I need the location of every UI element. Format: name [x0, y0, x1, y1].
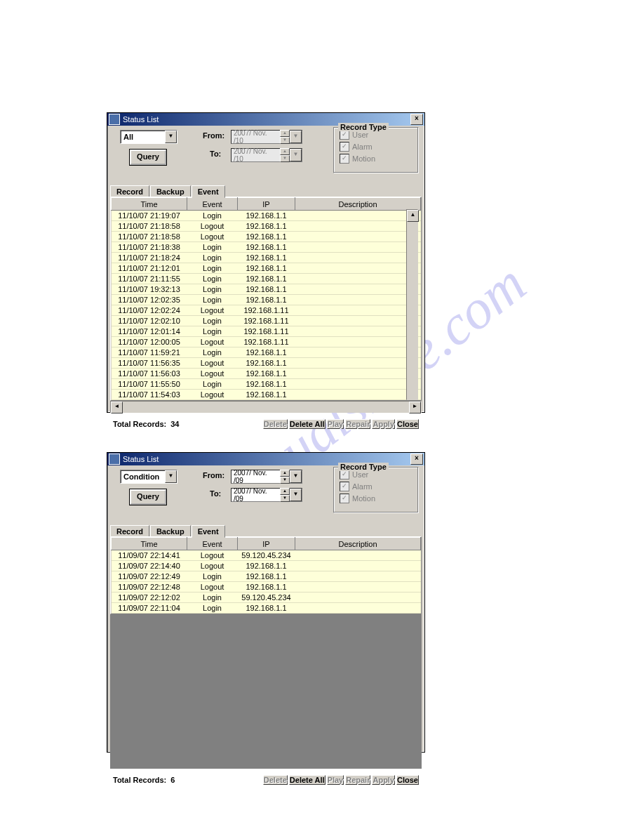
- cell-event: Logout: [187, 550, 238, 561]
- cell-desc: [295, 348, 421, 358]
- checkbox-icon: ✓: [340, 482, 349, 491]
- delete-all-button[interactable]: Delete All: [289, 419, 326, 429]
- scroll-left-icon[interactable]: ◄: [111, 402, 123, 413]
- table-header-row: Time Event IP Description: [112, 538, 421, 550]
- cell-event: Login: [187, 284, 238, 295]
- chevron-down-icon[interactable]: ▼: [165, 131, 177, 143]
- col-ip[interactable]: IP: [238, 198, 295, 211]
- alarm-checkbox[interactable]: ✓Alarm: [340, 142, 412, 152]
- table-row[interactable]: 11/09/07 22:12:49Login192.168.1.1: [112, 571, 421, 582]
- table-row[interactable]: 11/10/07 21:12:01Login192.168.1.1: [112, 263, 421, 274]
- table-row[interactable]: 11/10/07 11:56:03Logout192.168.1.1: [112, 369, 421, 379]
- table-row[interactable]: 11/10/07 11:55:50Login192.168.1.1: [112, 379, 421, 390]
- cell-desc: [295, 337, 421, 348]
- query-button[interactable]: Query: [130, 150, 166, 165]
- table-row[interactable]: 11/10/07 21:18:58Logout192.168.1.1: [112, 221, 421, 232]
- cell-time: 11/09/07 22:12:48: [112, 582, 187, 593]
- spinner-icon[interactable]: ▲▼: [280, 148, 290, 162]
- cell-ip: 192.168.1.1: [238, 211, 295, 221]
- col-description[interactable]: Description: [295, 198, 421, 211]
- col-description[interactable]: Description: [295, 538, 421, 550]
- delete-button: Delete: [263, 419, 288, 429]
- table-row[interactable]: 11/10/07 11:56:35Logout192.168.1.1: [112, 358, 421, 369]
- from-date-field[interactable]: 2007/ Nov. /10 ▲▼ ▼: [231, 130, 302, 144]
- table-row[interactable]: 11/10/07 21:19:07Login192.168.1.1: [112, 211, 421, 221]
- delete-all-button[interactable]: Delete All: [289, 775, 326, 785]
- close-button[interactable]: Close: [396, 419, 419, 429]
- cell-time: 11/10/07 12:02:35: [112, 295, 187, 305]
- table-row[interactable]: 11/09/07 22:11:04Login192.168.1.1: [112, 603, 421, 614]
- col-time[interactable]: Time: [112, 198, 187, 211]
- cell-desc: [295, 358, 421, 369]
- cell-ip: 59.120.45.234: [238, 550, 295, 561]
- table-row[interactable]: 11/09/07 22:12:48Logout192.168.1.1: [112, 582, 421, 593]
- alarm-checkbox[interactable]: ✓Alarm: [340, 482, 412, 491]
- spinner-icon[interactable]: ▲▼: [280, 488, 290, 502]
- user-checkbox[interactable]: ✓User: [340, 130, 412, 140]
- col-event[interactable]: Event: [187, 538, 238, 550]
- table-row[interactable]: 11/10/07 21:11:55Login192.168.1.1: [112, 274, 421, 284]
- table-row[interactable]: 11/10/07 12:00:05Logout192.168.1.11: [112, 337, 421, 348]
- filter-area: All ▼ Query From: 2007/ Nov. /10 ▲▼ ▼ To…: [107, 126, 424, 185]
- scroll-up-icon[interactable]: ▲: [407, 210, 419, 222]
- table-row[interactable]: 11/10/07 11:59:21Login192.168.1.1: [112, 348, 421, 358]
- table-row[interactable]: 11/10/07 21:18:38Login192.168.1.1: [112, 242, 421, 253]
- chevron-down-icon[interactable]: ▼: [290, 489, 302, 501]
- vertical-scrollbar[interactable]: ▲: [406, 209, 418, 400]
- col-event[interactable]: Event: [187, 198, 238, 211]
- filter-dropdown[interactable]: Condition ▼: [120, 470, 177, 484]
- col-time[interactable]: Time: [112, 538, 187, 550]
- table-row[interactable]: 11/10/07 12:02:10Login192.168.1.11: [112, 316, 421, 326]
- cell-time: 11/09/07 22:11:04: [112, 603, 187, 614]
- to-date-field[interactable]: 2007/ Nov. /09 ▲▼ ▼: [231, 488, 302, 502]
- chevron-down-icon[interactable]: ▼: [290, 470, 302, 483]
- total-records-value: 6: [170, 776, 175, 784]
- filter-dropdown[interactable]: All ▼: [120, 130, 177, 144]
- table-row[interactable]: 11/10/07 21:18:58Logout192.168.1.1: [112, 232, 421, 242]
- horizontal-scrollbar[interactable]: ◄ ►: [110, 401, 422, 413]
- cell-event: Login: [187, 326, 238, 337]
- col-ip[interactable]: IP: [238, 538, 295, 550]
- table-row[interactable]: 11/10/07 12:02:24Logout192.168.1.11: [112, 305, 421, 316]
- user-checkbox[interactable]: ✓User: [340, 470, 412, 479]
- close-button[interactable]: Close: [396, 775, 419, 785]
- cell-ip: 192.168.1.1: [238, 348, 295, 358]
- to-date-field[interactable]: 2007/ Nov. /10 ▲▼ ▼: [231, 148, 302, 162]
- table-row[interactable]: 11/10/07 12:01:14Login192.168.1.11: [112, 326, 421, 337]
- scroll-right-icon[interactable]: ►: [409, 402, 421, 413]
- cell-event: Login: [187, 211, 238, 221]
- chevron-down-icon[interactable]: ▼: [165, 470, 177, 483]
- tab-backup[interactable]: Backup: [150, 185, 191, 197]
- tab-event[interactable]: Event: [192, 185, 225, 198]
- close-icon[interactable]: ×: [410, 114, 423, 125]
- spinner-icon[interactable]: ▲▼: [280, 470, 290, 484]
- spinner-icon[interactable]: ▲▼: [280, 130, 290, 144]
- table-row[interactable]: 11/09/07 22:14:41Logout59.120.45.234: [112, 550, 421, 561]
- table-row[interactable]: 11/10/07 12:02:35Login192.168.1.1: [112, 295, 421, 305]
- query-button[interactable]: Query: [130, 489, 166, 505]
- table-row[interactable]: 11/09/07 22:14:40Logout192.168.1.1: [112, 561, 421, 571]
- chevron-down-icon[interactable]: ▼: [290, 149, 302, 161]
- filter-value: All: [121, 133, 165, 141]
- table-row[interactable]: 11/10/07 19:32:13Login192.168.1.1: [112, 284, 421, 295]
- tab-record[interactable]: Record: [110, 185, 149, 197]
- tab-record[interactable]: Record: [110, 525, 149, 537]
- cell-time: 11/10/07 21:19:07: [112, 211, 187, 221]
- from-date-field[interactable]: 2007/ Nov. /09 ▲▼ ▼: [231, 470, 302, 484]
- cell-desc: [295, 211, 421, 221]
- cell-ip: 192.168.1.1: [238, 263, 295, 274]
- motion-checkbox[interactable]: ✓Motion: [340, 494, 412, 503]
- close-icon[interactable]: ×: [410, 454, 423, 465]
- record-type-group: Record Type ✓User ✓Alarm ✓Motion: [333, 467, 419, 513]
- table-row[interactable]: 11/10/07 21:18:24Login192.168.1.1: [112, 253, 421, 263]
- cell-desc: [295, 263, 421, 274]
- tab-backup[interactable]: Backup: [150, 525, 191, 537]
- tab-event[interactable]: Event: [192, 525, 225, 538]
- footer-bar: Total Records: 6 DeleteDelete AllPlayRep…: [107, 769, 424, 791]
- cell-time: 11/10/07 12:02:24: [112, 305, 187, 316]
- motion-checkbox[interactable]: ✓Motion: [340, 154, 412, 164]
- cell-desc: [295, 561, 421, 571]
- table-row[interactable]: 11/09/07 22:12:02Login59.120.45.234: [112, 593, 421, 603]
- chevron-down-icon[interactable]: ▼: [290, 131, 302, 143]
- table-row[interactable]: 11/10/07 11:54:03Logout192.168.1.1: [112, 390, 421, 400]
